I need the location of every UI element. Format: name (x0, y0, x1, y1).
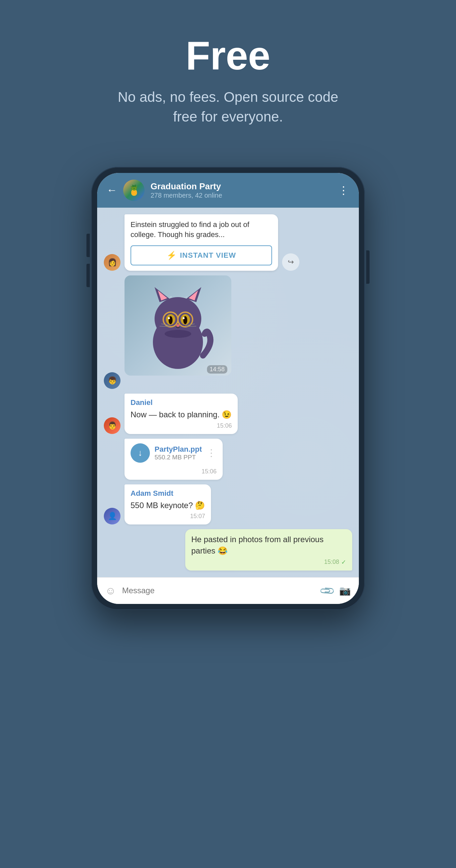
adam-sender: Adam Smidt (130, 489, 205, 498)
chat-avatar: 🍍 (123, 180, 145, 201)
adam-meta: 15:07 (130, 513, 205, 520)
daniel-bubble: Daniel Now — back to planning. 😉 15:06 (124, 394, 238, 434)
article-text: Einstein struggled to find a job out of … (130, 220, 272, 240)
message-avatar-2: 👦 (104, 372, 121, 389)
svg-point-13 (168, 317, 170, 319)
daniel-text: Now — back to planning. 😉 (130, 409, 232, 420)
cat-sticker-svg (141, 282, 215, 369)
adam-message-row: 👤 Adam Smidt 550 MB keynote? 🤔 15:07 (104, 485, 352, 525)
daniel-meta: 15:06 (130, 422, 232, 429)
instant-view-label: INSTANT VIEW (180, 251, 236, 260)
file-name: PartyPlan.ppt (155, 445, 202, 454)
chat-info: Graduation Party 278 members, 42 online (151, 181, 332, 199)
message-checkmark: ✓ (341, 559, 346, 566)
svg-line-17 (159, 326, 170, 327)
hero-subtitle: No ads, no fees. Open source code free f… (111, 88, 345, 127)
adam-bubble: Adam Smidt 550 MB keynote? 🤔 15:07 (124, 485, 211, 525)
file-more-button[interactable]: ⋮ (207, 447, 217, 458)
file-header: ↓ PartyPlan.ppt 550.2 MB PPT ⋮ (130, 443, 217, 463)
hero-title: Free (111, 33, 345, 78)
avatar-emoji: 🍍 (128, 184, 140, 196)
article-message: 👩 Einstein struggled to find a job out o… (104, 214, 352, 271)
svg-point-20 (164, 330, 191, 338)
emoji-button[interactable]: ☺ (105, 585, 116, 597)
sticker-bubble: A = πr²V = l³P = 2πrA = πr²s = √(r²+h²)A… (124, 275, 231, 389)
daniel-message-row: 👨 Daniel Now — back to planning. 😉 15:06 (104, 394, 352, 434)
file-time: 15:06 (202, 468, 217, 475)
chat-menu-button[interactable]: ⋮ (338, 184, 349, 197)
bolt-icon: ⚡ (166, 251, 177, 260)
message-avatar-4: 👤 (104, 508, 121, 524)
daniel-time: 15:06 (217, 422, 232, 429)
phone-inner: ← 🍍 Graduation Party 278 members, 42 onl… (97, 173, 359, 604)
file-info: PartyPlan.ppt 550.2 MB PPT (155, 445, 202, 461)
svg-point-15 (176, 324, 180, 327)
article-bubble: Einstein struggled to find a job out of … (124, 214, 278, 271)
message-input[interactable] (122, 586, 315, 595)
file-meta: 15:06 (130, 468, 217, 475)
forward-button[interactable]: ↪ (282, 253, 299, 271)
adam-time: 15:07 (190, 513, 205, 520)
attachment-button[interactable]: 📎 (318, 582, 335, 599)
daniel-sender: Daniel (130, 398, 232, 407)
own-time: 15:08 (324, 559, 339, 565)
file-bubble: ↓ PartyPlan.ppt 550.2 MB PPT ⋮ 15:06 (124, 439, 223, 480)
file-download-button[interactable]: ↓ (130, 443, 150, 463)
input-bar: ☺ 📎 📷 (97, 577, 359, 604)
file-message-row: ↓ PartyPlan.ppt 550.2 MB PPT ⋮ 15:06 (104, 439, 352, 480)
message-avatar-3: 👨 (104, 417, 121, 434)
instant-view-button[interactable]: ⚡ INSTANT VIEW (130, 245, 272, 266)
sticker-background: A = πr²V = l³P = 2πrA = πr²s = √(r²+h²)A… (124, 275, 231, 376)
own-message-row: He pasted in photos from all previous pa… (104, 529, 352, 570)
adam-text: 550 MB keynote? 🤔 (130, 500, 205, 511)
own-meta: 15:08 ✓ (191, 559, 346, 566)
chat-app: ← 🍍 Graduation Party 278 members, 42 onl… (97, 173, 359, 604)
chat-header: ← 🍍 Graduation Party 278 members, 42 onl… (97, 173, 359, 208)
svg-line-19 (186, 326, 196, 327)
forward-icon: ↪ (288, 258, 294, 267)
phone-mockup: ← 🍍 Graduation Party 278 members, 42 onl… (91, 167, 365, 610)
own-bubble: He pasted in photos from all previous pa… (185, 529, 352, 570)
messages-area: 👩 Einstein struggled to find a job out o… (97, 208, 359, 577)
chat-status: 278 members, 42 online (151, 192, 332, 199)
camera-button[interactable]: 📷 (339, 585, 351, 596)
own-text: He pasted in photos from all previous pa… (191, 534, 346, 556)
message-avatar-1: 👩 (104, 254, 121, 271)
back-button[interactable]: ← (107, 184, 117, 196)
sticker-message: 👦 A = πr²V = l³P = 2πrA = πr²s = √(r²+h²… (104, 275, 352, 389)
phone-outer: ← 🍍 Graduation Party 278 members, 42 onl… (91, 167, 365, 610)
file-size: 550.2 MB PPT (155, 454, 202, 461)
svg-point-14 (183, 317, 185, 319)
chat-name: Graduation Party (151, 181, 332, 192)
hero-section: Free No ads, no fees. Open source code f… (98, 0, 358, 147)
